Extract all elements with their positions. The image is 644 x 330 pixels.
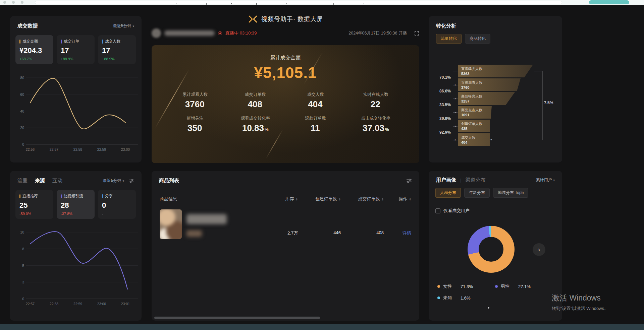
svg-text:22:58: 22:58 [50, 302, 58, 306]
metric-card-sales-amount[interactable]: 成交金额 ¥204.3 +68.7% [15, 35, 53, 64]
arrow-right-icon: ▸ [455, 111, 457, 114]
tab-user-portrait[interactable]: 用户画像 [436, 177, 456, 183]
svg-text:8: 8 [22, 247, 24, 251]
stat-total-viewers: 累计观看人数3760 [165, 92, 225, 110]
arrow-left-icon: ◂ [490, 138, 492, 141]
donut-legend: 女性 71.3% 男性 27.1% 未知 1.6% [437, 283, 555, 301]
tab-traffic-conversion[interactable]: 流量转化 [436, 34, 462, 44]
product-info-cell [160, 209, 260, 239]
browser-action-button[interactable] [589, 0, 629, 4]
step-rate: 39.9% [431, 116, 451, 121]
product-title-blurred [186, 214, 227, 224]
hero-summary-panel: 累计成交金额 ¥5,105.1 累计观看人数3760 成交订单数408 成交人数… [152, 45, 419, 163]
time-range-dropdown[interactable]: 最近5分钟▾ [113, 23, 134, 29]
column-stock[interactable]: 库存▲▼ [285, 196, 298, 202]
filter-sliders-icon[interactable] [406, 178, 412, 183]
subtab-gender-distribution[interactable]: 人群分布 [435, 188, 461, 198]
sort-icon: ▲▼ [409, 197, 411, 201]
user-range-dropdown[interactable]: 累计用户▾ [536, 177, 555, 183]
light-streak [266, 129, 283, 159]
funnel-stage: 商品点击人数 1091 [458, 106, 538, 119]
column-orders-created[interactable]: 创建订单数▲▼ [315, 196, 341, 202]
svg-text:60: 60 [20, 92, 24, 96]
svg-text:22:58: 22:58 [73, 147, 82, 151]
column-actions[interactable]: 操作▲▼ [399, 196, 411, 202]
overall-rate: 7.5% [544, 101, 553, 105]
time-range-dropdown[interactable]: 最近5分钟▾ [103, 178, 124, 184]
tab-channel-distribution[interactable]: 渠道分布 [465, 177, 485, 183]
product-list-panel: 商品列表 商品信息 库存▲▼ 创建订单数▲▼ 成交订单数▲▼ 操作▲▼ [152, 171, 419, 321]
stat-click-conversion: 点击成交转化率37.03% [346, 116, 406, 133]
broadcast-start-time: 2024年06月17日 19:50:36 开播 [348, 30, 407, 36]
pagination-dot[interactable] [488, 307, 489, 309]
detail-link[interactable]: 详情 [402, 230, 411, 236]
hero-amount: ¥5,105.1 [152, 64, 419, 82]
product-tag-blurred [186, 230, 202, 237]
metric-card-live-recommend[interactable]: 直播推荐 25 -59.0% [15, 190, 53, 219]
marker-icon [102, 194, 103, 198]
tab-traffic[interactable]: 流量 [17, 178, 28, 184]
horizontal-scrollbar[interactable] [154, 317, 320, 319]
delta-badge: +88.9% [102, 57, 136, 61]
delta-badge: -37.8% [61, 212, 95, 216]
svg-text:3: 3 [22, 280, 24, 284]
address-bar[interactable] [35, 1, 562, 4]
step-rate: 92.9% [431, 130, 451, 135]
funnel-stage: 创建订单人数 435 [458, 120, 538, 132]
delta-badge: - [102, 212, 136, 216]
svg-text:22:59: 22:59 [97, 147, 106, 151]
stat-view-conversion: 观看成交转化率10.83% [225, 116, 286, 133]
funnel-stage: 商品曝光人数 3257 [458, 92, 538, 105]
svg-text:23:00: 23:00 [121, 147, 130, 151]
stat-refund-orders: 退款订单数11 [285, 116, 346, 133]
metric-card-short-video[interactable]: 短视频引流 28 -37.8% [57, 190, 95, 219]
panel-title: 商品列表 [159, 178, 179, 184]
tab-source[interactable]: 来源 [35, 178, 45, 184]
gender-donut-chart [468, 226, 515, 273]
fullscreen-icon[interactable] [414, 31, 419, 36]
marker-icon [61, 40, 62, 44]
reload-icon[interactable] [21, 1, 23, 4]
back-icon[interactable] [3, 1, 6, 4]
center-header: 视频号助手· 数据大屏 直播中 03:10:39 2024年06月17日 19:… [152, 15, 419, 38]
sort-icon: ▲▼ [382, 197, 384, 201]
subtab-age-distribution[interactable]: 年龄分布 [464, 188, 490, 198]
settings-sliders-icon[interactable] [129, 179, 134, 183]
svg-text:5: 5 [22, 264, 24, 268]
tab-product-conversion[interactable]: 商品转化 [465, 34, 490, 44]
account-name-blurred [164, 30, 215, 36]
source-line-series [30, 232, 127, 289]
stat-order-count: 成交订单数408 [225, 92, 286, 110]
divider: | [460, 178, 461, 183]
table-row: 2.7万 446 408 详情 [152, 209, 419, 239]
live-status: 直播中 03:10:39 [225, 30, 257, 36]
arrow-right-icon: ▸ [455, 124, 457, 128]
taskbar: 23:01 [0, 324, 644, 330]
page-title: 视频号助手· 数据大屏 [261, 15, 323, 23]
metric-card-sales-buyers[interactable]: 成交人数 17 +88.9% [98, 35, 136, 64]
metric-card-share[interactable]: 分享 0 - [98, 190, 136, 219]
legend-dot-icon [437, 285, 440, 288]
subtab-region-top5[interactable]: 地域分布 Top5 [493, 188, 528, 198]
forward-icon[interactable] [12, 1, 15, 4]
funnel-bracket [534, 71, 542, 71]
marker-icon [19, 194, 20, 198]
arrow-right-icon: ▸ [455, 97, 457, 100]
column-orders-done[interactable]: 成交订单数▲▼ [358, 196, 384, 202]
arrow-right-icon: ▸ [455, 83, 457, 86]
svg-text:22:56: 22:56 [26, 147, 35, 151]
stock-cell: 2.7万 [287, 230, 298, 236]
checkbox-icon[interactable] [435, 208, 440, 213]
paid-users-only-checkbox[interactable]: 仅看成交用户 [435, 208, 470, 214]
legend-item-female: 女性 71.3% [437, 283, 495, 289]
funnel-stage: 直播曝光人数 5363 [458, 65, 538, 77]
next-page-button[interactable]: › [533, 243, 545, 256]
svg-text:40: 40 [20, 109, 24, 113]
stat-new-followers: 新增关注350 [165, 116, 225, 133]
user-portrait-panel: 用户画像 | 渠道分布 累计用户▾ 人群分布 年龄分布 地域分布 Top5 仅看… [429, 171, 562, 321]
tab-interaction[interactable]: 互动 [52, 178, 62, 184]
traffic-source-panel: 流量 来源 互动 最近5分钟▾ 直播推荐 25 -59.0% [10, 171, 142, 321]
metric-card-sales-orders[interactable]: 成交订单 17 +88.9% [57, 35, 95, 64]
source-line-chart: 10 8 5 3 0 22:57 22:58 22:59 23:00 23:01 [15, 227, 141, 308]
dashboard: 视频号助手· 数据大屏 直播中 03:10:39 2024年06月17日 19:… [0, 5, 644, 324]
